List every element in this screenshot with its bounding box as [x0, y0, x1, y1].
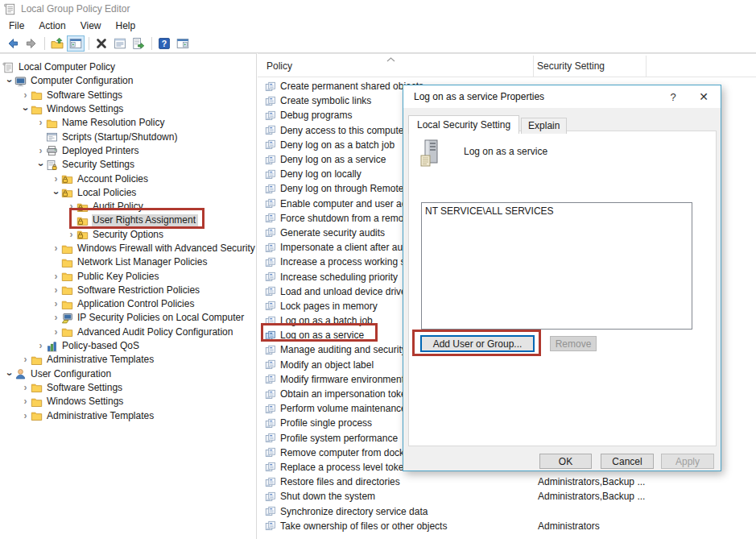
policy-row[interactable]: Shut down the system Administrators,Back… [258, 489, 756, 504]
tree-item[interactable]: Administrative Templates [0, 408, 256, 422]
policy-icon [265, 184, 276, 194]
tree-expand-arrow[interactable] [51, 272, 61, 281]
policy-icon [265, 462, 276, 472]
window-titlebar[interactable]: Local Group Policy Editor [0, 0, 756, 18]
show-action-pane-button[interactable] [174, 35, 192, 52]
dialog-title: Log on as a service Properties [414, 91, 544, 102]
tree-item[interactable]: Network List Manager Policies [0, 255, 256, 269]
tree-expand-arrow[interactable] [20, 412, 31, 421]
tree-item[interactable]: Deployed Printers [0, 144, 256, 158]
member-list-item[interactable]: NT SERVICE\ALL SERVICES [425, 205, 688, 218]
tree-item[interactable]: Windows Settings [0, 102, 256, 116]
column-header-security-setting[interactable]: Security Setting [534, 56, 647, 77]
tree-expand-arrow[interactable] [20, 397, 31, 406]
mmc-scroll-icon [4, 3, 16, 15]
dialog-policy-name: Log on as a service [464, 146, 547, 168]
apply-button: Apply [661, 454, 714, 469]
policy-icon [265, 155, 276, 165]
forward-arrow-icon [25, 37, 38, 50]
tree-expand-arrow[interactable] [51, 286, 61, 295]
export-list-button[interactable] [130, 35, 147, 52]
tree-item[interactable]: Security Settings [0, 158, 256, 172]
annotation-box-user-rights-assignment [69, 208, 204, 229]
tree-expand-arrow[interactable] [20, 91, 31, 100]
tree-item-icon [61, 173, 73, 185]
help-button[interactable] [155, 35, 173, 52]
menu-item[interactable]: Action [31, 18, 72, 34]
tree-item[interactable]: Policy-based QoS [0, 339, 256, 353]
up-one-level-button[interactable] [48, 35, 66, 52]
remove-button: Remove [550, 336, 597, 351]
menu-item[interactable]: View [73, 18, 109, 34]
tree-expand-arrow[interactable] [52, 188, 60, 198]
tree-item[interactable]: Security Options [0, 228, 256, 242]
tree-expand-arrow[interactable] [51, 300, 61, 309]
tree-expand-arrow[interactable] [66, 230, 76, 239]
policy-icon [265, 301, 276, 311]
tree-item-label: Administrative Templates [46, 354, 156, 366]
policy-name: Lock pages in memory [280, 301, 378, 312]
tree-item[interactable]: Account Policies [0, 172, 256, 185]
ok-button[interactable]: OK [539, 454, 592, 469]
policy-icon [265, 243, 276, 253]
menu-item[interactable]: File [2, 18, 31, 34]
column-header-policy-label: Policy [266, 60, 292, 72]
tree-item-icon [46, 118, 58, 129]
tree-item[interactable]: IP Security Policies on Local Computer [0, 311, 256, 325]
tree-item[interactable]: Software Restriction Policies [0, 284, 256, 297]
tree-expand-arrow[interactable] [36, 160, 45, 170]
dialog-tab[interactable]: Explain [521, 118, 567, 134]
policy-name: Replace a process level token [280, 462, 409, 473]
tree-item[interactable]: Administrative Templates [0, 353, 256, 367]
tree-item[interactable]: Name Resolution Policy [0, 116, 256, 130]
tree-expand-arrow[interactable] [51, 328, 61, 337]
local-group-policy-editor-window: Local Group Policy Editor FileActionView… [0, 0, 756, 539]
tree-expand-arrow[interactable] [35, 147, 46, 155]
console-tree-pane: Local Computer Policy Computer Configura… [0, 53, 257, 539]
tree-item[interactable]: Scripts (Startup/Shutdown) [0, 130, 256, 143]
column-header-policy[interactable]: Policy [258, 56, 534, 77]
back-button[interactable] [4, 35, 22, 52]
menu-item[interactable]: Help [109, 18, 143, 34]
tree-item[interactable]: Windows Firewall with Advanced Security [0, 242, 256, 255]
show-console-tree-button[interactable] [67, 35, 85, 52]
tree-expand-arrow[interactable] [35, 342, 46, 350]
tree-item[interactable]: Software Settings [0, 89, 256, 102]
tree-expand-arrow[interactable] [20, 355, 31, 364]
tree-item[interactable]: Computer Configuration [0, 74, 256, 88]
tree-expand-arrow[interactable] [51, 244, 61, 253]
policy-icon [265, 506, 276, 516]
policy-name: Generate security audits [280, 227, 385, 238]
tree-expand-arrow[interactable] [51, 175, 61, 184]
dialog-tab[interactable]: Local Security Setting [408, 115, 519, 134]
tree-item[interactable]: Application Control Policies [0, 297, 256, 311]
members-listbox[interactable]: NT SERVICE\ALL SERVICES [421, 202, 692, 330]
tree-item[interactable]: Local Computer Policy [0, 60, 256, 74]
tree-expand-arrow[interactable] [5, 76, 14, 86]
policy-row[interactable]: Restore files and directories Administra… [258, 475, 756, 489]
tree-item[interactable]: Public Key Policies [0, 269, 256, 283]
dialog-help-button[interactable]: ? [661, 85, 685, 108]
properties-button[interactable] [111, 35, 129, 52]
policy-icon [265, 389, 276, 400]
tree-expand-arrow[interactable] [51, 313, 61, 322]
tree-expand-arrow[interactable] [21, 104, 30, 114]
policy-row[interactable]: Take ownership of files or other objects… [258, 519, 756, 533]
policy-row[interactable]: Synchronize directory service data [258, 504, 756, 518]
close-icon[interactable]: ✕ [692, 85, 716, 108]
tree-item-icon [61, 271, 73, 282]
delete-button[interactable] [93, 35, 110, 52]
tree-expand-arrow[interactable] [35, 118, 46, 127]
tree-expand-arrow[interactable] [5, 369, 14, 379]
tree-item[interactable]: Windows Settings [0, 395, 256, 408]
tree-item[interactable]: Local Policies [0, 186, 256, 200]
tree-item[interactable]: Advanced Audit Policy Configuration [0, 325, 256, 339]
tree-item[interactable]: Software Settings [0, 381, 256, 395]
forward-button[interactable] [23, 35, 40, 52]
cancel-button[interactable]: Cancel [601, 454, 654, 469]
tree-item-icon [31, 354, 43, 366]
policy-name: Shut down the system [280, 491, 375, 502]
policy-icon [265, 81, 276, 92]
tree-item[interactable]: User Configuration [0, 367, 256, 381]
tree-expand-arrow[interactable] [20, 384, 31, 392]
